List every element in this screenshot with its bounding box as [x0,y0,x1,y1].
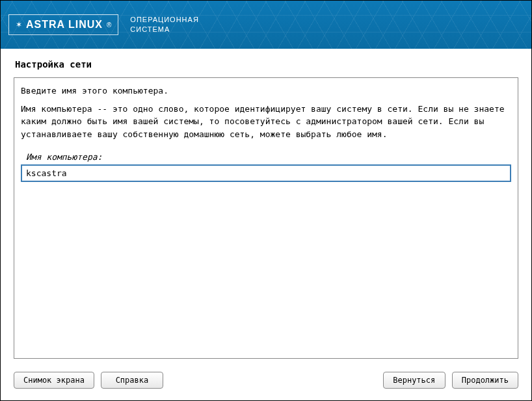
page-title: Настройка сети [1,49,531,77]
back-button[interactable]: Вернуться [383,372,446,389]
installer-window: ✶ ASTRA LINUX ® ОПЕРАЦИОННАЯ СИСТЕМА Нас… [0,0,532,401]
content-panel: Введите имя этого компьютера. Имя компью… [14,77,518,359]
header: ✶ ASTRA LINUX ® ОПЕРАЦИОННАЯ СИСТЕМА [1,1,531,49]
hostname-input[interactable] [21,164,511,182]
intro-text: Введите имя этого компьютера. [21,84,511,97]
header-subtitle: ОПЕРАЦИОННАЯ СИСТЕМА [130,15,199,35]
hostname-label: Имя компьютера: [26,152,511,162]
screenshot-button[interactable]: Снимок экрана [14,372,94,389]
logo: ✶ ASTRA LINUX ® [8,14,118,35]
subtitle-line2: СИСТЕМА [130,25,199,34]
continue-button[interactable]: Продолжить [452,372,518,389]
logo-text: ASTRA LINUX [26,19,103,31]
help-button[interactable]: Справка [101,372,163,389]
footer: Снимок экрана Справка Вернуться Продолжи… [1,367,531,400]
subtitle-line1: ОПЕРАЦИОННАЯ [130,15,199,25]
star-icon: ✶ [16,20,22,29]
description-block: Введите имя этого компьютера. Имя компью… [21,84,511,146]
description-text: Имя компьютера -- это одно слово, которо… [21,103,511,141]
registered-icon: ® [107,21,111,29]
footer-spacer [170,372,377,389]
